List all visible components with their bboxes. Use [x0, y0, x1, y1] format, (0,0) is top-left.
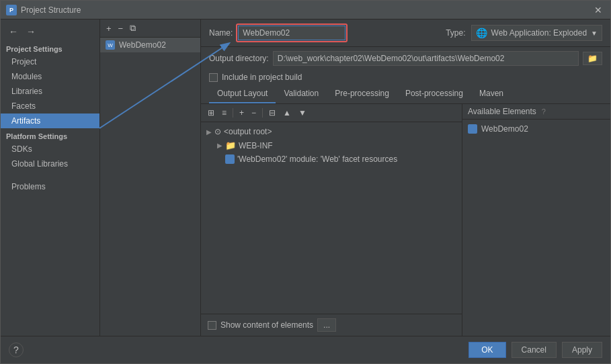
type-value: Web Application: Exploded — [491, 28, 587, 38]
artifact-toolbar: + − ⧉ — [100, 19, 200, 38]
tree-label-webinf: WEB-INF — [239, 141, 273, 150]
available-item-label: WebDemo02 — [481, 124, 528, 134]
tab-pre-processing[interactable]: Pre-processing — [327, 85, 397, 103]
browse-button[interactable]: 📁 — [583, 52, 602, 65]
sidebar-item-facets[interactable]: Facets — [1, 99, 99, 113]
toolbar-separator — [233, 108, 233, 118]
layout-right: Available Elements ? WebDemo02 — [462, 104, 610, 336]
artifact-list-item[interactable]: W WebDemo02 — [100, 38, 200, 52]
name-label: Name: — [209, 28, 233, 38]
sidebar: ← → Project Settings Project Modules Lib… — [1, 19, 100, 336]
available-help-icon[interactable]: ? — [542, 107, 546, 116]
include-row: Include in project build — [201, 70, 610, 85]
copy-artifact-button[interactable]: ⧉ — [128, 22, 138, 34]
project-settings-label: Project Settings — [1, 41, 99, 54]
sidebar-item-modules[interactable]: Modules — [1, 69, 99, 84]
toolbar-separator2 — [262, 108, 263, 118]
tabs-row: Output Layout Validation Pre-processing … — [201, 85, 610, 104]
sidebar-item-project[interactable]: Project — [1, 54, 99, 69]
module-icon-webdemo02 — [468, 124, 477, 134]
ellipsis-button[interactable]: ... — [317, 318, 336, 332]
tree-label-facet-resources: 'WebDemo02' module: 'Web' facet resource… — [237, 154, 397, 164]
dialog-footer: ? OK Cancel Apply — [1, 336, 610, 363]
type-label: Type: — [446, 28, 465, 38]
module-icon-facet — [225, 154, 235, 164]
output-layout-area: ⊞ ≡ + − ⊟ ▲ ▼ ▶ — [201, 104, 610, 336]
layout-tree: ▶ ⊙ <output root> ▶ 📁 WEB-INF — [201, 122, 462, 314]
artifact-item-label: WebDemo02 — [119, 40, 166, 50]
tree-arrow-webinf: ▶ — [217, 142, 222, 149]
dialog-body: ← → Project Settings Project Modules Lib… — [1, 19, 610, 336]
available-label: Available Elements — [468, 107, 536, 116]
forward-button[interactable]: → — [24, 25, 38, 38]
tree-item-facet-resources[interactable]: 'WebDemo02' module: 'Web' facet resource… — [201, 152, 462, 166]
project-structure-dialog: P Project Structure ✕ ← → Project Settin… — [0, 0, 611, 364]
ok-button[interactable]: OK — [469, 342, 505, 358]
apply-button[interactable]: Apply — [562, 342, 602, 358]
layout-grid-btn[interactable]: ⊞ — [205, 107, 217, 119]
sidebar-item-sdks[interactable]: SDKs — [1, 142, 99, 156]
layout-add-btn[interactable]: + — [237, 107, 247, 119]
name-input[interactable] — [238, 26, 345, 40]
available-header: Available Elements ? — [462, 104, 610, 120]
footer-left: ? — [9, 343, 24, 357]
bottom-bar: Show content of elements ... — [201, 314, 462, 336]
include-label: Include in project build — [222, 73, 302, 82]
type-icon: 🌐 — [476, 28, 487, 38]
sidebar-item-artifacts[interactable]: Artifacts — [1, 113, 99, 128]
help-button[interactable]: ? — [9, 343, 24, 357]
available-item-webdemo02[interactable]: WebDemo02 — [462, 122, 610, 136]
footer-right: OK Cancel Apply — [469, 342, 602, 358]
right-panel: Name: Type: 🌐 Web Application: Exploded … — [201, 19, 610, 336]
tree-arrow: ▶ — [206, 128, 212, 136]
sidebar-item-libraries[interactable]: Libraries — [1, 84, 99, 99]
layout-remove-btn[interactable]: − — [249, 107, 259, 119]
type-dropdown-arrow: ▼ — [591, 30, 598, 37]
folder-icon-webinf: 📁 — [225, 140, 236, 150]
available-tree: WebDemo02 — [462, 120, 610, 336]
tab-post-processing[interactable]: Post-processing — [397, 85, 471, 103]
artifact-icon: W — [106, 40, 115, 50]
tab-output-layout[interactable]: Output Layout — [209, 85, 276, 103]
output-dir-row: Output directory: 📁 — [201, 47, 610, 70]
close-button[interactable]: ✕ — [592, 5, 605, 15]
tree-item-webinf[interactable]: ▶ 📁 WEB-INF — [201, 138, 462, 152]
layout-down-btn[interactable]: ▼ — [296, 107, 309, 119]
include-checkbox[interactable] — [209, 73, 218, 82]
name-field-wrapper — [238, 26, 345, 40]
add-artifact-button[interactable]: + — [104, 23, 114, 34]
remove-artifact-button[interactable]: − — [116, 23, 126, 34]
tree-icon-root: ⊙ — [214, 127, 221, 136]
artifact-list-panel: + − ⧉ W WebDemo02 — [100, 19, 201, 336]
cancel-button[interactable]: Cancel — [512, 342, 557, 358]
output-dir-input[interactable] — [273, 51, 579, 66]
tree-item-output-root[interactable]: ▶ ⊙ <output root> — [201, 125, 462, 138]
layout-sort-btn[interactable]: ⊟ — [266, 107, 278, 119]
dialog-title: Project Structure — [21, 5, 592, 15]
dialog-icon: P — [6, 5, 17, 15]
type-select[interactable]: 🌐 Web Application: Exploded ▼ — [471, 25, 602, 41]
sidebar-item-problems[interactable]: Problems — [1, 179, 99, 194]
back-button[interactable]: ← — [6, 25, 21, 38]
title-bar: P Project Structure ✕ — [1, 1, 610, 19]
artifact-list: W WebDemo02 — [100, 38, 200, 336]
layout-toolbar: ⊞ ≡ + − ⊟ ▲ ▼ — [201, 104, 462, 122]
show-content-label: Show content of elements — [220, 320, 313, 330]
sidebar-nav: ← → — [1, 22, 99, 41]
layout-list-btn[interactable]: ≡ — [219, 107, 229, 119]
platform-settings-label: Platform Settings — [1, 128, 99, 142]
sidebar-item-global-libraries[interactable]: Global Libraries — [1, 156, 99, 171]
content-area: + − ⧉ W WebDemo02 Name: — [100, 19, 610, 336]
tab-validation[interactable]: Validation — [276, 85, 327, 103]
layout-left: ⊞ ≡ + − ⊟ ▲ ▼ ▶ — [201, 104, 462, 336]
output-dir-label: Output directory: — [209, 54, 269, 63]
tab-maven[interactable]: Maven — [471, 85, 512, 103]
show-content-checkbox[interactable] — [208, 321, 216, 330]
tree-label-output-root: <output root> — [224, 127, 272, 136]
layout-up-btn[interactable]: ▲ — [280, 107, 294, 119]
artifact-header: Name: Type: 🌐 Web Application: Exploded … — [201, 19, 610, 47]
